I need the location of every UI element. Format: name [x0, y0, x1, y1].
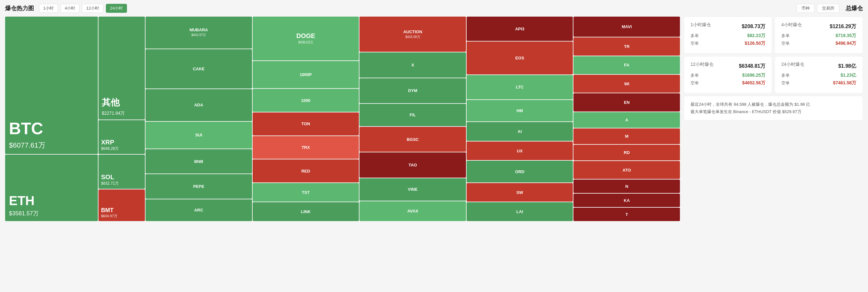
time-btn-12h[interactable]: 12小时 — [82, 4, 103, 13]
stats-row-12h-short: 空单 $4652.56万 — [690, 80, 765, 86]
cell-qita[interactable]: 其他 $2271.94万 — [98, 16, 145, 119]
cell-1000[interactable]: 1000 — [253, 89, 359, 112]
cell-cake[interactable]: CAKE — [146, 49, 252, 88]
stats-label-1h-long: 多单 — [690, 33, 699, 39]
cell-fil[interactable]: FIL — [360, 104, 466, 126]
cell-ux[interactable]: UX — [467, 142, 573, 160]
cell-fa[interactable]: FA — [574, 56, 680, 74]
cell-doge[interactable]: DOGE $436.02万 — [253, 16, 359, 60]
cell-tao[interactable]: TAO — [360, 152, 466, 177]
cell-btc[interactable]: BTC $6077.61万 — [5, 16, 98, 154]
cell-ltc[interactable]: LTC — [467, 75, 573, 99]
btc-symbol: BTC — [9, 120, 94, 137]
cell-bgsc[interactable]: BGSC — [360, 127, 466, 152]
cell-bnb[interactable]: BNB — [146, 149, 252, 174]
sol-symbol: SOL — [101, 174, 142, 181]
cell-ai[interactable]: AI — [467, 122, 573, 141]
cell-ton[interactable]: TON — [253, 112, 359, 136]
cell-ada[interactable]: ADA — [146, 89, 252, 121]
stats-row-24h-short: 空单 $7461.58万 — [781, 80, 856, 86]
col-right: MUBARA $442.67万 CAKE ADA SUI BNB — [146, 16, 680, 221]
stats-label-24h-short: 空单 — [781, 80, 789, 86]
cell-eth[interactable]: ETH $3581.57万 — [5, 155, 98, 221]
stats-grid: 1小时爆仓 $208.73万 多单 $82.23万 空单 $126.50万 — [684, 16, 863, 93]
cell-red[interactable]: RED — [253, 159, 359, 182]
cell-ord[interactable]: ORD — [467, 161, 573, 182]
bmt-value: $604.97万 — [101, 214, 142, 219]
cell-n[interactable]: N — [574, 180, 680, 193]
header-right: 币种 交易所 总爆仓 — [797, 4, 863, 13]
cell-x[interactable]: X — [360, 52, 466, 77]
cell-link[interactable]: LINK — [253, 202, 359, 221]
stats-title-4h: 4小时爆仓 — [781, 22, 802, 28]
cell-bmt[interactable]: BMT $604.97万 — [98, 189, 145, 221]
qita-symbol: 其他 — [102, 97, 142, 109]
cell-lai[interactable]: LAI — [467, 202, 573, 221]
heatmap-area: BTC $6077.61万 ETH $3581.57万 其他 $2271.94万… — [5, 16, 680, 221]
cell-api3[interactable]: API3 — [467, 16, 573, 41]
stats-label-4h-long: 多单 — [781, 33, 789, 39]
cell-dym[interactable]: DYM — [360, 78, 466, 103]
sol-value: $632.71万 — [101, 181, 142, 186]
stats-label-12h-long: 多单 — [690, 73, 699, 78]
time-btn-4h[interactable]: 4小时 — [60, 4, 79, 13]
cell-tst[interactable]: TST — [253, 183, 359, 202]
cell-a[interactable]: A — [574, 112, 680, 128]
time-btn-24h[interactable]: 24小时 — [106, 4, 127, 13]
stats-title-24h: 24小时爆仓 — [781, 62, 804, 67]
cell-m[interactable]: M — [574, 129, 680, 144]
stats-row-1h-title: 1小时爆仓 $208.73万 — [690, 22, 765, 31]
cell-xrp[interactable]: XRP $648.28万 — [98, 120, 145, 154]
stats-row-4h-title: 4小时爆仓 $1216.29万 — [781, 22, 856, 31]
stats-row-4h-long: 多单 $719.35万 — [781, 33, 856, 39]
qita-value: $2271.94万 — [102, 111, 142, 116]
stats-row-12h-long: 多单 $1696.25万 — [690, 73, 765, 78]
cell-mubara[interactable]: MUBARA $442.67万 — [146, 16, 252, 48]
stats-value-1h-long: $82.23万 — [747, 33, 765, 39]
stats-card-12h: 12小时爆仓 $6348.81万 多单 $1696.25万 空单 $4652.5… — [684, 56, 772, 93]
cell-wi[interactable]: WI — [574, 75, 680, 93]
section-title: 总爆仓 — [846, 4, 863, 12]
toggle-currency-btn[interactable]: 币种 — [797, 4, 814, 13]
stats-total-24h: $1.98亿 — [838, 63, 856, 70]
stats-label-4h-short: 空单 — [781, 41, 789, 46]
header: 爆仓热力图 1小时 4小时 12小时 24小时 币种 交易所 总爆仓 — [5, 4, 863, 13]
cell-tr[interactable]: TR — [574, 37, 680, 55]
cell-auction[interactable]: AUCTION $416.00万 — [360, 16, 466, 52]
cell-t[interactable]: T — [574, 208, 680, 221]
sub-col-3: AUCTION $416.00万 X DYM FIL BGSC — [360, 16, 466, 221]
sub-col-2: DOGE $436.02万 1000P 1000 TON TRX — [253, 16, 359, 221]
summary-line2: 最大单笔爆仓单发生在 Binance - ETHUSDT 价值 $529.97万 — [690, 108, 856, 115]
cell-pepe[interactable]: PEPE — [146, 174, 252, 198]
stats-row-4h-short: 空单 $496.94万 — [781, 41, 856, 46]
col-btc-eth: BTC $6077.61万 ETH $3581.57万 — [5, 16, 98, 221]
stats-row-24h-title: 24小时爆仓 $1.98亿 — [781, 62, 856, 71]
xrp-symbol: XRP — [101, 139, 142, 146]
cell-sol[interactable]: SOL $632.71万 — [98, 155, 145, 189]
cell-sw[interactable]: SW — [467, 183, 573, 202]
cell-trx[interactable]: TRX — [253, 136, 359, 159]
toggle-exchange-btn[interactable]: 交易所 — [817, 4, 839, 13]
cell-sui[interactable]: SUI — [146, 122, 252, 149]
xrp-value: $648.28万 — [101, 146, 142, 151]
cell-ato[interactable]: ATO — [574, 161, 680, 179]
cell-eos[interactable]: EOS — [467, 41, 573, 74]
stats-total-12h: $6348.81万 — [739, 63, 765, 70]
sub-col-4: API3 EOS LTC HM AI UX — [467, 16, 573, 221]
cell-1000p[interactable]: 1000P — [253, 61, 359, 88]
stats-value-24h-long: $1.23亿 — [840, 73, 856, 78]
time-btn-1h[interactable]: 1小时 — [39, 4, 58, 13]
cell-mavi[interactable]: MAVI — [574, 16, 680, 37]
cell-ka[interactable]: KA — [574, 194, 680, 207]
cell-en[interactable]: EN — [574, 93, 680, 111]
page-title: 爆仓热力图 — [5, 4, 34, 12]
cell-hm[interactable]: HM — [467, 100, 573, 121]
stats-title-1h: 1小时爆仓 — [690, 22, 711, 28]
cell-vine[interactable]: VINE — [360, 178, 466, 200]
stats-total-4h: $1216.29万 — [830, 23, 856, 30]
stats-value-12h-long: $1696.25万 — [742, 73, 765, 78]
summary-card: 最近24小时，全球共有 94,598 人被爆仓，爆仓总金额为 $1.98 亿 最… — [684, 96, 863, 120]
cell-avax[interactable]: AVAX — [360, 201, 466, 221]
cell-arc[interactable]: ARC — [146, 199, 252, 221]
cell-rd[interactable]: RD — [574, 145, 680, 160]
